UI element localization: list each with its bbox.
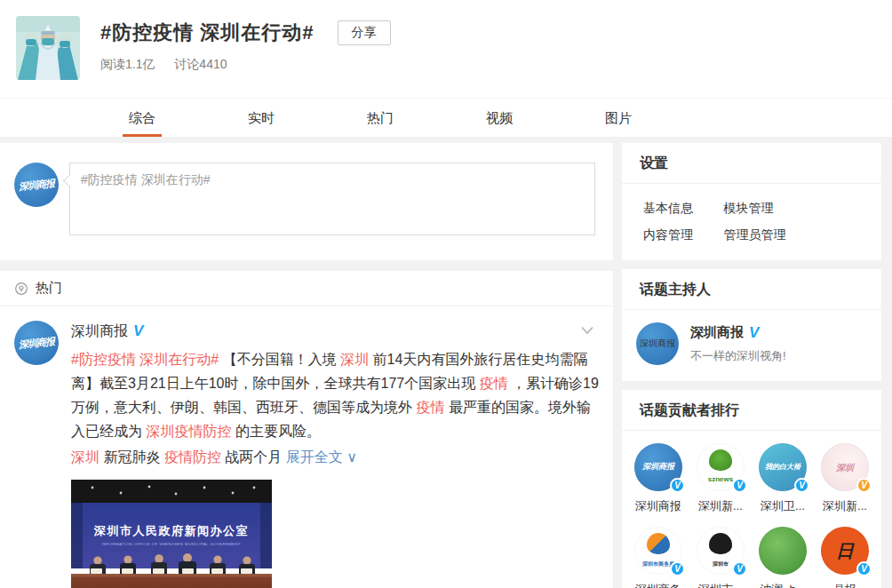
- avatar-logo-shape: [647, 533, 670, 554]
- topic-tab[interactable]: 实时: [202, 99, 321, 137]
- settings-link[interactable]: 模块管理: [723, 195, 773, 221]
- post-author-name[interactable]: 深圳商报: [71, 322, 128, 341]
- contributor-avatar: 深圳商报 V: [634, 443, 682, 491]
- contributor-avatar: 深圳 V: [821, 443, 869, 491]
- composer-box: #防控疫情 深圳在行动#: [69, 163, 597, 239]
- contributor-item[interactable]: 日 V 晶报: [814, 527, 876, 588]
- contributor-item[interactable]: 深圳商报 V 深圳商报: [627, 443, 689, 514]
- topic-tab[interactable]: 热门: [321, 99, 440, 137]
- post-text-segment[interactable]: #防控疫情 深圳在行动#: [71, 352, 219, 367]
- host-card: 话题主持人 深圳商报 深圳商报 V 不一样的深圳视角!: [622, 269, 881, 381]
- section-divider: [0, 260, 613, 271]
- post-author-avatar[interactable]: 深圳商报: [14, 321, 59, 365]
- topic-tab[interactable]: 综合: [83, 99, 202, 137]
- admin-sidebar: 设置 基本信息 模块管理 内容管理 管理员管理 话题主持人: [622, 143, 881, 588]
- avatar-logo-text: 深圳商报: [640, 338, 675, 350]
- composer: 深圳商报 #防控疫情 深圳在行动#: [0, 143, 613, 260]
- contributor-name: 波澜_h...: [752, 582, 814, 588]
- verified-badge-icon: V: [732, 561, 747, 576]
- settings-link[interactable]: 基本信息: [643, 195, 693, 221]
- verified-badge-icon: V: [670, 478, 685, 493]
- press-conference-image[interactable]: 深圳市人民政府新闻办公室 INFORMATION OFFICE OF SHENZ…: [71, 480, 272, 588]
- feed-post: 深圳商报 深圳商报 V #防控疫情 深圳在行动: [0, 306, 613, 588]
- avatar-logo-shape: [647, 449, 670, 471]
- verified-badge-icon: V: [794, 478, 809, 493]
- contributor-item[interactable]: 深圳 V 深圳新...: [814, 443, 876, 514]
- contributor-avatar: 深圳市商务局 V: [634, 527, 682, 575]
- hot-pin-icon: [14, 282, 28, 296]
- topic-tab[interactable]: 视频: [440, 99, 559, 137]
- verified-badge-icon: V: [670, 561, 685, 576]
- post-text-segment[interactable]: 深圳: [71, 449, 100, 465]
- settings-link[interactable]: 管理员管理: [723, 221, 785, 248]
- post-text: #防控疫情 深圳在行动# 【不分国籍！入境 深圳 前14天内有国外旅行居住史均需…: [71, 347, 604, 443]
- medical-staff-photo: [16, 16, 80, 80]
- post-text-line2: 深圳 新冠肺炎 疫情防控 战两个月 展开全文 ∨: [71, 445, 604, 469]
- contributor-name: 晶报: [814, 582, 876, 588]
- post-text-segment[interactable]: 疫情防控: [164, 449, 221, 465]
- header-main: #防控疫情 深圳在行动# 分享 阅读1.1亿 讨论4410: [100, 16, 391, 98]
- contributor-item[interactable]: sznews V 深圳新...: [689, 443, 752, 514]
- discussions-count: 讨论4410: [174, 57, 227, 71]
- settings-card: 设置 基本信息 模块管理 内容管理 管理员管理: [622, 143, 881, 260]
- post-text-segment[interactable]: 展开全文 ∨: [286, 449, 357, 465]
- contributor-avatar: 日 V: [821, 527, 869, 575]
- contributor-name: 深圳卫...: [752, 498, 814, 514]
- contributors-grid: 深圳商报 V 深圳商报 sznews V 深圳新.: [622, 431, 881, 588]
- feed-column: 深圳商报 #防控疫情 深圳在行动# 热门 深圳: [0, 143, 613, 588]
- contributor-avatar: sznews V: [697, 443, 745, 491]
- settings-link[interactable]: 内容管理: [643, 221, 693, 248]
- contributor-name: 深圳新...: [689, 498, 752, 514]
- post-body: 深圳商报 V #防控疫情 深圳在行动# 【不分国籍！入境 深圳 前14天内有国外…: [71, 321, 599, 588]
- avatar-logo-shape: [771, 533, 794, 554]
- avatar-logo-text: 深圳商报: [18, 176, 54, 193]
- content-row: 深圳商报 #防控疫情 深圳在行动# 热门 深圳: [0, 138, 892, 588]
- host-name[interactable]: 深圳商报: [690, 324, 744, 341]
- settings-links: 基本信息 模块管理 内容管理 管理员管理: [622, 184, 881, 260]
- hot-section-header: 热门: [0, 271, 613, 306]
- host-description: 不一样的深圳视角!: [690, 348, 786, 364]
- contributor-name: 深圳新...: [814, 498, 876, 514]
- contributor-name: 深圳市...: [689, 582, 752, 588]
- avatar-logo-shape: [709, 449, 732, 471]
- post-text-segment: 的主要风险。: [235, 424, 321, 439]
- settings-title: 设置: [622, 143, 881, 184]
- topic-stats: 阅读1.1亿 讨论4410: [100, 57, 391, 73]
- host-title: 话题主持人: [622, 269, 881, 310]
- post-text-segment: 战两个月: [225, 449, 285, 465]
- post-text-segment[interactable]: 深圳: [340, 352, 369, 367]
- reads-count: 阅读1.1亿: [100, 57, 155, 71]
- post-text-segment[interactable]: 深圳疫情防控: [146, 424, 231, 439]
- backdrop-title: 深圳市人民政府新闻办公室: [93, 524, 249, 537]
- name-cards: [91, 568, 252, 574]
- hot-section-label: 热门: [36, 280, 62, 297]
- verified-badge-icon: V: [856, 478, 872, 493]
- contributor-item[interactable]: V 波澜_h...: [752, 527, 814, 588]
- host-avatar[interactable]: 深圳商报: [636, 322, 679, 365]
- post-text-segment[interactable]: 疫情: [480, 376, 508, 391]
- contributor-item[interactable]: 深圳市商务局 V 深圳商务: [627, 527, 689, 588]
- avatar-logo-shape: [833, 533, 856, 554]
- topic-tabbar: 综合 实时 热门 视频 图片: [0, 98, 892, 138]
- contributor-avatar: V: [759, 527, 807, 575]
- contributors-card: 话题贡献者排行 深圳商报 V 深圳商报: [622, 390, 881, 588]
- share-button[interactable]: 分享: [338, 20, 391, 45]
- post-text-segment[interactable]: 疫情: [416, 400, 444, 415]
- contributor-item[interactable]: 深圳市 V 深圳市...: [689, 527, 752, 588]
- topic-title: #防控疫情 深圳在行动#: [100, 20, 315, 46]
- contributor-name: 深圳商报: [627, 498, 689, 514]
- composer-input[interactable]: #防控疫情 深圳在行动#: [69, 163, 595, 235]
- verified-badge-icon: V: [856, 561, 872, 576]
- contributor-item[interactable]: 我的白大褂 V 深圳卫...: [752, 443, 814, 514]
- avatar-logo-shape: [771, 449, 794, 471]
- avatar-logo-shape: [709, 533, 732, 554]
- post-collapse-button[interactable]: [579, 324, 595, 340]
- topic-cover-image: [16, 16, 80, 80]
- avatar-logo-text: 深圳商报: [18, 334, 54, 351]
- composer-avatar: 深圳商报: [14, 163, 59, 207]
- topic-header: #防控疫情 深圳在行动# 分享 阅读1.1亿 讨论4410: [0, 0, 892, 98]
- topic-tab[interactable]: 图片: [559, 99, 678, 137]
- chevron-down-icon: [579, 324, 595, 337]
- verified-badge-icon: V: [732, 478, 747, 493]
- contributor-avatar: 深圳市 V: [697, 527, 745, 575]
